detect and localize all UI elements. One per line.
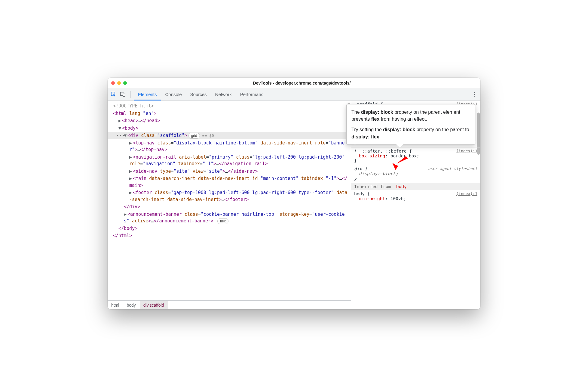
elements-panel: <!DOCTYPE html> <html lang="en"> ▶<head>… (108, 101, 351, 309)
style-rule-ua[interactable]: div { user agent stylesheet display: blo… (351, 165, 480, 183)
grid-badge[interactable]: grid (188, 133, 200, 139)
dom-node-selected[interactable]: ▼<div class="scaffold">grid== $0 (108, 132, 351, 139)
zoom-window-button[interactable] (123, 81, 127, 85)
dom-node[interactable]: ▶<navigation-rail aria-label="primary" c… (108, 153, 351, 168)
tab-elements[interactable]: Elements (134, 88, 161, 100)
svg-rect-2 (123, 93, 125, 96)
rule-selector[interactable]: body (354, 191, 365, 196)
flex-badge[interactable]: flex (217, 218, 228, 224)
property-hint-tooltip: The display: block property on the paren… (346, 104, 475, 145)
rule-source-link[interactable]: (index):1 (456, 191, 477, 196)
style-property-overridden: display: block; (354, 171, 477, 176)
close-window-button[interactable] (111, 81, 115, 85)
breadcrumb: html body div.scaffold (108, 300, 351, 309)
main-toolbar: Elements Console Sources Network Perform… (108, 88, 480, 101)
dom-node[interactable]: </div> (108, 203, 351, 211)
style-property[interactable]: min-height: 100vh; (354, 196, 477, 201)
inspect-element-icon[interactable] (109, 90, 118, 99)
dom-node[interactable]: ▶<side-nav type="site" view="site">…</si… (108, 168, 351, 175)
dom-node[interactable]: ▶<head>…</head> (108, 117, 351, 125)
style-rule[interactable]: body { (index):1 min-height: 100vh; (351, 190, 480, 203)
dom-node[interactable]: ▼<body> (108, 125, 351, 132)
devtools-window: DevTools - developer.chrome.com/tags/dev… (108, 78, 480, 309)
tab-sources[interactable]: Sources (186, 88, 211, 100)
titlebar: DevTools - developer.chrome.com/tags/dev… (108, 78, 480, 88)
dom-node[interactable]: <!DOCTYPE html> (108, 102, 351, 110)
dom-node[interactable]: ▶<footer class="gap-top-1000 lg:pad-left… (108, 189, 351, 203)
crumb-current[interactable]: div.scaffold (140, 301, 168, 309)
dom-node[interactable]: </body> (108, 225, 351, 232)
separator (130, 91, 131, 98)
tab-performance[interactable]: Performanc (236, 88, 268, 100)
dom-tree[interactable]: <!DOCTYPE html> <html lang="en"> ▶<head>… (108, 101, 351, 300)
dom-node[interactable]: </html> (108, 232, 351, 240)
dom-node[interactable]: ▶<main data-search-inert data-side-nav-i… (108, 175, 351, 189)
rule-source-link[interactable]: (index):1 (456, 149, 477, 153)
inherited-from-header: Inherited from body (351, 183, 480, 190)
rule-selector[interactable]: *, ::after, ::before (354, 149, 407, 153)
crumb-body[interactable]: body (123, 301, 139, 309)
crumb-html[interactable]: html (108, 301, 123, 309)
panel-tabs: Elements Console Sources Network Perform… (134, 88, 268, 100)
window-title: DevTools - developer.chrome.com/tags/dev… (127, 81, 477, 85)
rule-selector: div (354, 166, 362, 171)
dom-node[interactable]: <html lang="en"> (108, 110, 351, 117)
tab-network[interactable]: Network (211, 88, 236, 100)
annotation-arrow-icon (390, 154, 411, 172)
tab-console[interactable]: Console (161, 88, 186, 100)
window-controls (111, 81, 127, 85)
dom-node[interactable]: ▶<announcement-banner class="cookie-bann… (108, 211, 351, 225)
more-menu-icon[interactable] (470, 90, 479, 99)
style-property[interactable]: box-sizing: border-box; (354, 153, 477, 158)
dom-node[interactable]: ▶<top-nav class="display-block hairline-… (108, 139, 351, 153)
ua-stylesheet-label: user agent stylesheet (428, 166, 477, 171)
minimize-window-button[interactable] (117, 81, 121, 85)
device-toolbar-icon[interactable] (119, 90, 127, 99)
console-ref: == $0 (202, 133, 214, 138)
style-rule[interactable]: *, ::after, ::before { (index):1 box-siz… (351, 147, 480, 165)
